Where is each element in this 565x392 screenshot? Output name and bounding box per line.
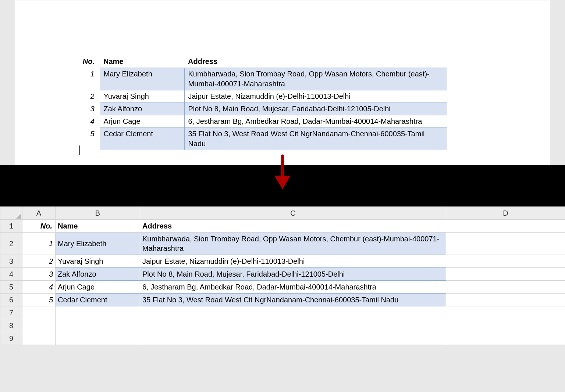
excel-row: 2 1 Mary Elizabeth Kumbharwada, Sion Tro… bbox=[0, 233, 565, 255]
col-header-address: Address bbox=[184, 55, 447, 68]
cell[interactable]: 2 bbox=[22, 255, 56, 268]
cell[interactable]: 1 bbox=[22, 233, 56, 255]
row-header[interactable]: 7 bbox=[0, 306, 22, 319]
cell[interactable]: Address bbox=[140, 220, 446, 233]
excel-row: 9 bbox=[0, 332, 565, 345]
excel-panel: A B C D 1 No. Name Address 2 1 Mary Eliz… bbox=[0, 206, 565, 345]
text-cursor bbox=[79, 145, 80, 155]
cell[interactable]: 35 Flat No 3, West Road West Cit NgrNand… bbox=[140, 294, 446, 306]
row-header[interactable]: 4 bbox=[0, 268, 22, 281]
cell[interactable] bbox=[446, 233, 565, 255]
cell-no: 3 bbox=[78, 103, 100, 115]
cell[interactable]: Arjun Cage bbox=[56, 281, 140, 294]
down-arrow-icon bbox=[271, 154, 294, 193]
cell[interactable] bbox=[446, 306, 565, 319]
cell[interactable] bbox=[446, 220, 565, 233]
cell[interactable] bbox=[446, 268, 565, 281]
cell-name[interactable]: Zak Alfonzo bbox=[100, 103, 184, 115]
cell[interactable]: Plot No 8, Main Road, Mujesar, Faridabad… bbox=[140, 268, 446, 281]
cell-name[interactable]: Arjun Cage bbox=[100, 115, 184, 128]
row-header[interactable]: 1 bbox=[0, 220, 22, 233]
cell[interactable]: Jaipur Estate, Nizamuddin (e)-Delhi-1100… bbox=[140, 255, 446, 268]
row-header[interactable]: 9 bbox=[0, 332, 22, 345]
cell-address[interactable]: Plot No 8, Main Road, Mujesar, Faridabad… bbox=[184, 103, 447, 115]
cell-name[interactable]: Mary Elizabeth bbox=[100, 68, 184, 90]
cell[interactable] bbox=[446, 281, 565, 294]
cell-address[interactable]: Jaipur Estate, Nizamuddin (e)-Delhi-1100… bbox=[184, 90, 447, 103]
cell[interactable]: Name bbox=[56, 220, 140, 233]
table-row: 4 Arjun Cage 6, Jestharam Bg, Ambedkar R… bbox=[78, 115, 447, 128]
cell-no: 4 bbox=[78, 115, 100, 128]
excel-row: 3 2 Yuvaraj Singh Jaipur Estate, Nizamud… bbox=[0, 255, 565, 268]
excel-row: 1 No. Name Address bbox=[0, 220, 565, 233]
col-header-no: No. bbox=[78, 55, 100, 68]
cell[interactable]: Kumbharwada, Sion Trombay Road, Opp Wasa… bbox=[140, 233, 446, 255]
select-all-corner[interactable] bbox=[0, 207, 22, 220]
divider-band bbox=[0, 165, 565, 206]
cell[interactable]: 3 bbox=[22, 268, 56, 281]
excel-row: 5 4 Arjun Cage 6, Jestharam Bg, Ambedkar… bbox=[0, 281, 565, 294]
excel-row: 8 bbox=[0, 319, 565, 332]
table-row: 5 Cedar Clement 35 Flat No 3, West Road … bbox=[78, 128, 447, 150]
col-header-B[interactable]: B bbox=[56, 207, 140, 220]
cell-no: 2 bbox=[78, 90, 100, 103]
svg-marker-4 bbox=[16, 213, 21, 219]
cell[interactable]: 6, Jestharam Bg, Ambedkar Road, Dadar-Mu… bbox=[140, 281, 446, 294]
row-header[interactable]: 2 bbox=[0, 233, 22, 255]
word-document-panel: No. Name Address 1 Mary Elizabeth Kumbha… bbox=[15, 0, 550, 165]
table-row: 2 Yuvaraj Singh Jaipur Estate, Nizamuddi… bbox=[78, 90, 447, 103]
cell[interactable]: Zak Alfonzo bbox=[56, 268, 140, 281]
cell-no: 1 bbox=[78, 68, 100, 90]
cell-name[interactable]: Yuvaraj Singh bbox=[100, 90, 184, 103]
cell-address[interactable]: Kumbharwada, Sion Trombay Road, Opp Wasa… bbox=[184, 68, 447, 90]
excel-row: 4 3 Zak Alfonzo Plot No 8, Main Road, Mu… bbox=[0, 268, 565, 281]
cell[interactable] bbox=[446, 332, 565, 345]
svg-marker-1 bbox=[274, 176, 291, 189]
col-header-name: Name bbox=[100, 55, 184, 68]
cell[interactable] bbox=[22, 306, 56, 319]
col-header-C[interactable]: C bbox=[140, 207, 446, 220]
row-header[interactable]: 3 bbox=[0, 255, 22, 268]
row-header[interactable]: 6 bbox=[0, 294, 22, 306]
cell[interactable] bbox=[140, 306, 446, 319]
cell[interactable] bbox=[22, 332, 56, 345]
cell[interactable]: Yuvaraj Singh bbox=[56, 255, 140, 268]
word-table-header-row: No. Name Address bbox=[78, 55, 447, 68]
cell[interactable] bbox=[140, 332, 446, 345]
cell-name[interactable]: Cedar Clement bbox=[100, 128, 184, 150]
cell-no: 5 bbox=[78, 128, 100, 150]
cell[interactable] bbox=[446, 294, 565, 306]
cell[interactable] bbox=[56, 332, 140, 345]
excel-row: 7 bbox=[0, 306, 565, 319]
row-header[interactable]: 5 bbox=[0, 281, 22, 294]
cell-address[interactable]: 35 Flat No 3, West Road West Cit NgrNand… bbox=[184, 128, 447, 150]
excel-grid: A B C D 1 No. Name Address 2 1 Mary Eliz… bbox=[0, 206, 565, 345]
cell[interactable] bbox=[22, 319, 56, 332]
table-row: 3 Zak Alfonzo Plot No 8, Main Road, Muje… bbox=[78, 103, 447, 115]
cell[interactable] bbox=[56, 306, 140, 319]
cell[interactable]: 5 bbox=[22, 294, 56, 306]
cell-address[interactable]: 6, Jestharam Bg, Ambedkar Road, Dadar-Mu… bbox=[184, 115, 447, 128]
cell[interactable]: 4 bbox=[22, 281, 56, 294]
excel-row: 6 5 Cedar Clement 35 Flat No 3, West Roa… bbox=[0, 294, 565, 306]
cell[interactable] bbox=[446, 255, 565, 268]
col-header-A[interactable]: A bbox=[22, 207, 56, 220]
cell[interactable] bbox=[56, 319, 140, 332]
row-header[interactable]: 8 bbox=[0, 319, 22, 332]
cell[interactable] bbox=[446, 319, 565, 332]
cell[interactable]: Cedar Clement bbox=[56, 294, 140, 306]
cell[interactable]: No. bbox=[22, 220, 56, 233]
word-table: No. Name Address 1 Mary Elizabeth Kumbha… bbox=[78, 55, 447, 150]
excel-column-header-row: A B C D bbox=[0, 207, 565, 220]
cell[interactable] bbox=[140, 319, 446, 332]
col-header-D[interactable]: D bbox=[446, 207, 565, 220]
table-row: 1 Mary Elizabeth Kumbharwada, Sion Tromb… bbox=[78, 68, 447, 90]
cell[interactable]: Mary Elizabeth bbox=[56, 233, 140, 255]
